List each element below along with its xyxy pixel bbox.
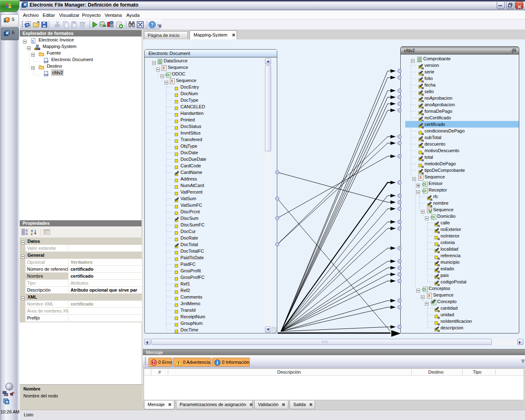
svg-text:S: S <box>420 175 422 180</box>
svg-text:S: S <box>163 66 165 70</box>
svg-text:S: S <box>171 79 173 83</box>
svg-text:xml: xml <box>44 73 49 76</box>
svg-text:Z: Z <box>31 232 33 235</box>
svg-text:a: a <box>438 329 440 332</box>
svg-text:S: S <box>428 293 431 298</box>
svg-text:?: ? <box>151 22 154 27</box>
svg-text:xml: xml <box>44 60 49 63</box>
